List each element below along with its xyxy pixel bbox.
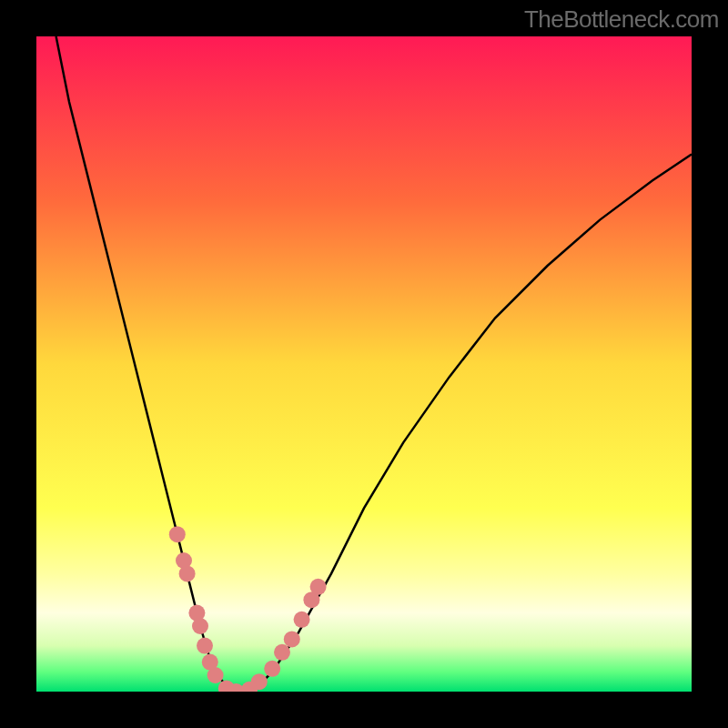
highlight-dot [192,618,208,634]
chart-svg [36,36,692,692]
highlight-dot [169,526,186,542]
highlight-dot [294,612,310,628]
highlight-dot [274,644,290,661]
highlight-dot [310,579,327,595]
watermark-text: TheBottleneck.com [524,5,719,34]
highlight-dot [179,565,196,581]
highlight-dot [284,631,300,647]
highlight-dot [264,661,280,677]
plot-area [36,36,692,692]
highlight-dot [207,667,224,683]
chart-container: TheBottleneck.com [0,0,728,728]
highlight-dot [197,638,213,654]
highlight-dot [251,673,268,690]
